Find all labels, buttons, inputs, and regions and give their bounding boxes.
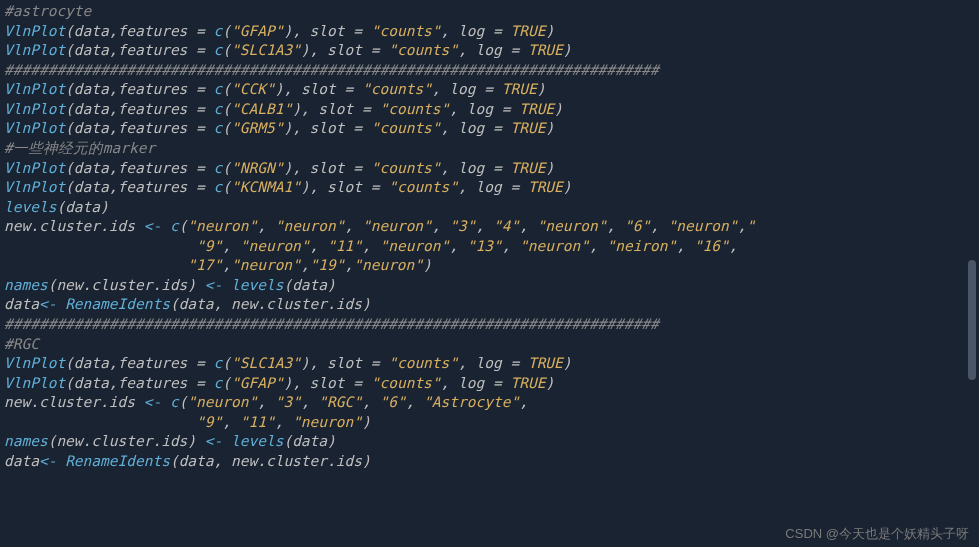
code-line[interactable]: levels(data) <box>4 198 975 218</box>
code-line[interactable]: #astrocyte <box>4 2 975 22</box>
code-line[interactable]: ########################################… <box>4 315 975 335</box>
watermark: CSDN @今天也是个妖精头子呀 <box>785 525 969 543</box>
code-line[interactable]: #一些神经元的marker <box>4 139 975 159</box>
code-line[interactable]: ########################################… <box>4 61 975 81</box>
code-line[interactable]: VlnPlot(data,features = c("SLC1A3"), slo… <box>4 41 975 61</box>
code-line[interactable]: VlnPlot(data,features = c("CALB1"), slot… <box>4 100 975 120</box>
code-line[interactable]: new.cluster.ids <- c("neuron", "neuron",… <box>4 217 975 237</box>
code-line[interactable]: VlnPlot(data,features = c("KCNMA1"), slo… <box>4 178 975 198</box>
code-line[interactable]: #RGC <box>4 335 975 355</box>
code-line[interactable]: VlnPlot(data,features = c("NRGN"), slot … <box>4 159 975 179</box>
code-line[interactable]: VlnPlot(data,features = c("GRM5"), slot … <box>4 119 975 139</box>
code-line[interactable]: VlnPlot(data,features = c("GFAP"), slot … <box>4 374 975 394</box>
code-line[interactable]: new.cluster.ids <- c("neuron", "3", "RGC… <box>4 393 975 413</box>
code-line[interactable]: data<- RenameIdents(data, new.cluster.id… <box>4 295 975 315</box>
code-line[interactable]: data<- RenameIdents(data, new.cluster.id… <box>4 452 975 472</box>
code-line[interactable]: VlnPlot(data,features = c("GFAP"), slot … <box>4 22 975 42</box>
code-line[interactable]: VlnPlot(data,features = c("SLC1A3"), slo… <box>4 354 975 374</box>
code-line[interactable]: "17","neuron","19","neuron") <box>4 256 975 276</box>
scrollbar-thumb[interactable] <box>968 260 976 380</box>
code-line[interactable]: "9", "neuron", "11", "neuron", "13", "ne… <box>4 237 975 257</box>
code-line[interactable]: "9", "11", "neuron") <box>4 413 975 433</box>
code-line[interactable]: names(new.cluster.ids) <- levels(data) <box>4 432 975 452</box>
code-line[interactable]: names(new.cluster.ids) <- levels(data) <box>4 276 975 296</box>
code-editor[interactable]: #astrocyteVlnPlot(data,features = c("GFA… <box>4 2 975 472</box>
code-line[interactable]: VlnPlot(data,features = c("CCK"), slot =… <box>4 80 975 100</box>
